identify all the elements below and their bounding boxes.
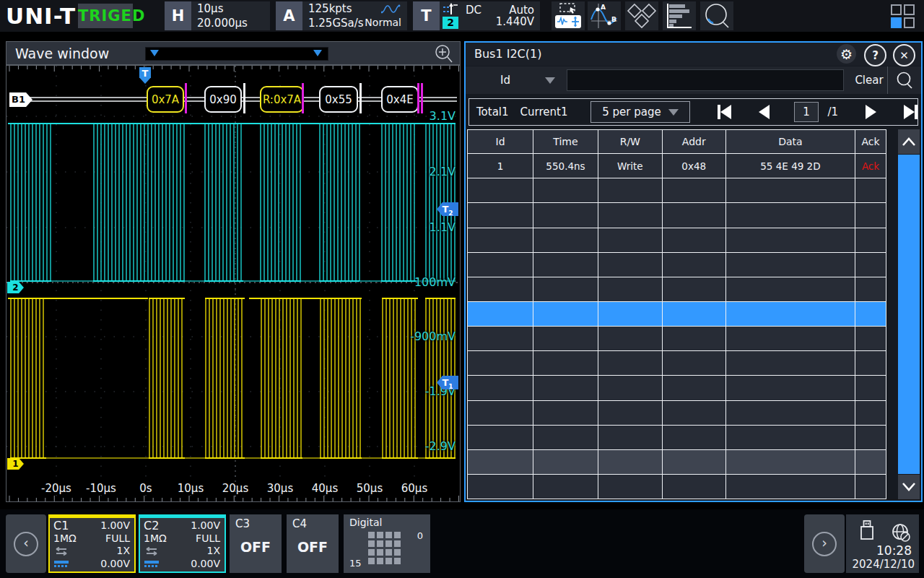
per-page-select[interactable]: 5 per page (590, 101, 689, 123)
table-scrollbar[interactable] (898, 129, 920, 499)
c1-name: C1 (53, 519, 69, 532)
clear-button[interactable]: Clear (851, 74, 887, 87)
histogram-button[interactable] (663, 1, 696, 30)
i2c-frame-R:0x7A[interactable]: R:0x7A (260, 86, 304, 113)
help-icon[interactable]: ? (864, 44, 886, 66)
digital-channel-square (377, 532, 383, 538)
first-page-button[interactable] (718, 105, 731, 119)
search-field-selector[interactable]: Id (466, 74, 545, 87)
channel-c3-card[interactable]: C3 OFF (230, 514, 282, 573)
table-row[interactable] (468, 203, 886, 228)
page-number-input[interactable]: 1 (794, 102, 819, 122)
table-row[interactable] (468, 475, 886, 499)
digital-channel-square (385, 549, 392, 556)
next-page-button[interactable] (866, 105, 876, 119)
i2c-frame-0x55[interactable]: 0x55 (319, 86, 358, 113)
search-icon (895, 71, 914, 90)
table-cell (468, 228, 533, 253)
dc-coupling-icon (144, 547, 160, 556)
table-cell (663, 475, 726, 499)
search-button[interactable] (888, 66, 921, 94)
layout-square-active (891, 17, 902, 28)
table-header-data: Data (726, 129, 855, 154)
acquire-settings[interactable]: A 125kpts 1.25GSa/s Normal (276, 1, 407, 30)
acquire-badge: A (276, 1, 302, 30)
table-cell (533, 351, 598, 376)
region-select-tool-button[interactable] (552, 1, 585, 30)
c4-state: OFF (287, 539, 339, 555)
channel-c2-card[interactable]: C21.00V 1MΩFULL 1X 0.00V (139, 514, 226, 573)
timebase-value: 10µs (197, 2, 248, 15)
time-label: 40µs (302, 482, 348, 495)
wave-position-scrollbar[interactable] (145, 47, 328, 61)
table-header-row: IdTimeR/WAddrDataAck (468, 129, 886, 154)
usb-device-icon (858, 519, 876, 542)
last-page-button[interactable] (904, 105, 918, 119)
table-cell (726, 228, 855, 253)
channel-c1-card[interactable]: C11.00V 1MΩFULL 1X 0.00V (48, 514, 136, 573)
table-row[interactable] (468, 351, 886, 376)
trigger-status-badge: TRIGED (78, 4, 133, 28)
channel-bar-scroll-right-button[interactable]: › (804, 514, 845, 573)
table-cell (598, 178, 663, 203)
digital-channel-square (385, 558, 392, 564)
table-cell: Ack (855, 154, 886, 178)
channel-bar-scroll-left-button[interactable]: ‹ (6, 514, 46, 573)
time-label: 20µs (212, 482, 258, 495)
table-row[interactable] (468, 327, 886, 351)
digital-first-index: 0 (417, 530, 423, 541)
voltage-label: -900mV (391, 329, 456, 343)
search-input[interactable] (567, 69, 844, 91)
chevron-up-icon (902, 137, 916, 147)
scroll-down-button[interactable] (898, 475, 920, 499)
scroll-up-button[interactable] (898, 129, 920, 154)
frame-separator (185, 83, 187, 113)
table-cell (533, 203, 598, 228)
i2c-frame-0x7A[interactable]: 0x7A (147, 86, 184, 113)
table-row[interactable] (468, 228, 886, 253)
prev-page-button[interactable] (759, 105, 770, 119)
i2c-frame-0x90[interactable]: 0x90 (204, 86, 242, 113)
table-row[interactable] (468, 178, 886, 203)
wave-position-marker-left[interactable] (150, 50, 159, 56)
time-label: -10µs (78, 482, 124, 495)
table-cell (598, 351, 663, 376)
table-cell (468, 253, 533, 277)
zoom-in-icon[interactable] (434, 44, 454, 64)
table-cell (663, 401, 726, 426)
close-icon[interactable]: ✕ (893, 44, 915, 66)
digital-channel-square (377, 540, 383, 547)
cursor-measure-button[interactable]: A B (588, 1, 621, 30)
table-cell (598, 302, 663, 327)
system-status-card[interactable]: 10:28 2024/12/10 (846, 514, 919, 573)
table-cell (855, 351, 886, 376)
search-loupe-button[interactable] (700, 1, 733, 30)
edge-trigger-icon (442, 3, 461, 16)
table-cell (468, 450, 533, 475)
scrollbar-thumb[interactable] (898, 155, 920, 474)
c2-scale: 1.00V (191, 519, 220, 532)
table-row[interactable] (468, 277, 886, 302)
table-cell (598, 426, 663, 450)
table-row-selected[interactable] (468, 302, 886, 327)
trigger-settings[interactable]: T 2 DC Auto 1.440V (413, 1, 540, 30)
table-row[interactable] (468, 450, 886, 475)
table-cell: 550.4ns (533, 154, 598, 178)
xy-view-button[interactable] (625, 1, 658, 30)
channel-c4-card[interactable]: C4 OFF (287, 514, 339, 573)
table-row[interactable]: 1550.4nsWrite0x4855 4E 49 2DAck (468, 154, 886, 178)
c2-probe: 1X (207, 545, 221, 557)
search-field-dropdown-icon[interactable] (545, 77, 555, 84)
table-row[interactable] (468, 253, 886, 277)
settings-gear-icon[interactable]: ⚙ (837, 44, 856, 64)
digital-channels-card[interactable]: Digital 0 15 (344, 514, 430, 573)
wave-position-marker-right[interactable] (313, 50, 322, 56)
table-row[interactable] (468, 376, 886, 400)
window-layout-button[interactable] (886, 3, 918, 29)
waveform-display[interactable]: B1 T 0x7A0x90R:0x7A0x550x4E 3.1V2.1V1.1V… (6, 65, 461, 502)
horizontal-settings[interactable]: H 10µs 20.000µs (165, 1, 270, 30)
table-cell (598, 228, 663, 253)
layout-square (891, 4, 902, 15)
table-row[interactable] (468, 426, 886, 450)
table-row[interactable] (468, 401, 886, 426)
